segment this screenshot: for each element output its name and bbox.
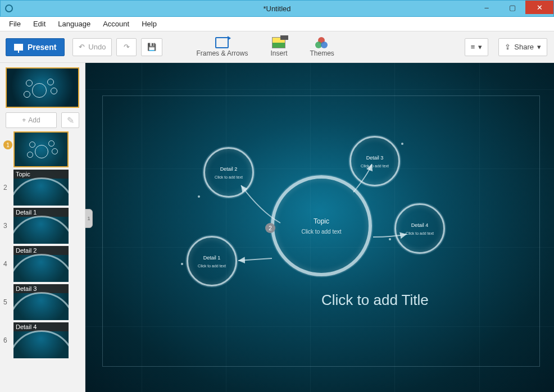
step-badge: 2 <box>265 223 275 233</box>
detail-4-bubble[interactable]: Detail 4 Click to add text <box>394 203 445 254</box>
path-step-5[interactable]: 5 Detail 3 <box>2 284 85 320</box>
app-icon <box>5 4 13 12</box>
path-step-6[interactable]: 6 Detail 4 <box>2 322 85 358</box>
present-label: Present <box>28 43 56 52</box>
add-label: Add <box>28 116 40 124</box>
path-list[interactable]: 1 2 Topic 3 Detail 1 <box>0 131 85 392</box>
undo-icon: ↶ <box>79 43 85 51</box>
path-number: 2 <box>3 184 7 192</box>
toolbar: Present ↶ Undo ↷ 💾 Frames & Arrows Inser… <box>0 31 554 63</box>
collapse-label: 1 <box>87 216 90 221</box>
detail-title: Detail 3 <box>366 155 384 161</box>
present-button[interactable]: Present <box>6 38 65 56</box>
window-titlebar: *Untitled – ▢ ✕ <box>0 0 554 17</box>
themes-label: Themes <box>310 49 334 57</box>
path-step-4[interactable]: 4 Detail 2 <box>2 246 85 282</box>
canvas-area[interactable]: Topic Click to add text 2 Detail 2 Click… <box>85 63 554 392</box>
plus-icon: + <box>22 116 26 124</box>
detail-3-bubble[interactable]: Detail 3 Click to add text <box>349 136 400 186</box>
menu-language[interactable]: Language <box>52 17 96 30</box>
themes-icon <box>315 37 329 48</box>
detail-subtext: Click to add text <box>406 231 434 235</box>
edit-path-button[interactable]: ✎ <box>61 112 79 128</box>
path-sidebar: + Add ✎ 1 2 Topic <box>0 63 85 392</box>
pencil-icon: ✎ <box>67 115 74 126</box>
add-path-button[interactable]: + Add <box>6 112 57 128</box>
chevron-down-icon: ▾ <box>537 43 541 51</box>
share-icon: ⇪ <box>505 43 511 51</box>
overview-thumbnail[interactable] <box>6 67 79 108</box>
path-step-3[interactable]: 3 Detail 1 <box>2 208 85 244</box>
topic-bubble[interactable]: Topic Click to add text <box>271 175 372 276</box>
window-title: *Untitled <box>263 4 290 13</box>
close-button[interactable]: ✕ <box>525 1 553 14</box>
themes-tool[interactable]: Themes <box>310 37 334 57</box>
path-number: 1 <box>3 140 12 149</box>
chevron-down-icon: ▾ <box>478 43 482 51</box>
main-area: + Add ✎ 1 2 Topic <box>0 63 554 392</box>
share-button[interactable]: ⇪ Share ▾ <box>498 38 547 56</box>
path-number: 4 <box>3 260 7 268</box>
path-number: 6 <box>3 336 7 344</box>
redo-icon: ↷ <box>124 43 130 51</box>
title-placeholder[interactable]: Click to add Title <box>321 291 429 309</box>
detail-title: Detail 4 <box>411 222 429 228</box>
path-number: 5 <box>3 298 7 306</box>
topic-title: Topic <box>314 217 329 225</box>
path-step-1[interactable]: 1 <box>2 131 85 167</box>
canvas-background: Topic Click to add text 2 Detail 2 Click… <box>85 63 554 392</box>
redo-button[interactable]: ↷ <box>116 38 137 56</box>
share-label: Share <box>514 43 534 51</box>
undo-label: Undo <box>88 43 106 51</box>
insert-label: Insert <box>270 49 287 57</box>
settings-menu-button[interactable]: ≡ ▾ <box>465 38 489 56</box>
insert-icon <box>272 37 285 48</box>
present-icon <box>14 44 23 51</box>
menu-account[interactable]: Account <box>97 17 135 30</box>
menu-bar: File Edit Language Account Help <box>0 17 554 31</box>
detail-subtext: Click to add text <box>198 264 226 268</box>
frames-icon <box>215 37 229 48</box>
insert-tool[interactable]: Insert <box>270 37 287 57</box>
save-icon: 💾 <box>147 43 156 51</box>
minimize-button[interactable]: – <box>474 1 499 14</box>
path-step-2[interactable]: 2 Topic <box>2 170 85 206</box>
menu-edit[interactable]: Edit <box>28 17 51 30</box>
detail-subtext: Click to add text <box>215 175 243 179</box>
maximize-button[interactable]: ▢ <box>499 1 525 14</box>
frames-arrows-tool[interactable]: Frames & Arrows <box>196 37 248 57</box>
detail-title: Detail 1 <box>203 255 221 261</box>
detail-1-bubble[interactable]: Detail 1 Click to add text <box>187 236 237 286</box>
undo-button[interactable]: ↶ Undo <box>72 38 112 56</box>
detail-subtext: Click to add text <box>361 164 389 168</box>
frames-label: Frames & Arrows <box>196 49 248 57</box>
detail-2-bubble[interactable]: Detail 2 Click to add text <box>203 147 254 198</box>
hamburger-icon: ≡ <box>471 43 475 51</box>
sidebar-collapse-handle[interactable]: 1 <box>85 209 93 228</box>
window-controls: – ▢ ✕ <box>474 1 553 16</box>
save-button[interactable]: 💾 <box>141 38 162 56</box>
menu-help[interactable]: Help <box>136 17 162 30</box>
menu-file[interactable]: File <box>3 17 26 30</box>
path-number: 3 <box>3 222 7 230</box>
topic-subtext: Click to add text <box>301 229 341 235</box>
detail-title: Detail 2 <box>220 166 238 172</box>
